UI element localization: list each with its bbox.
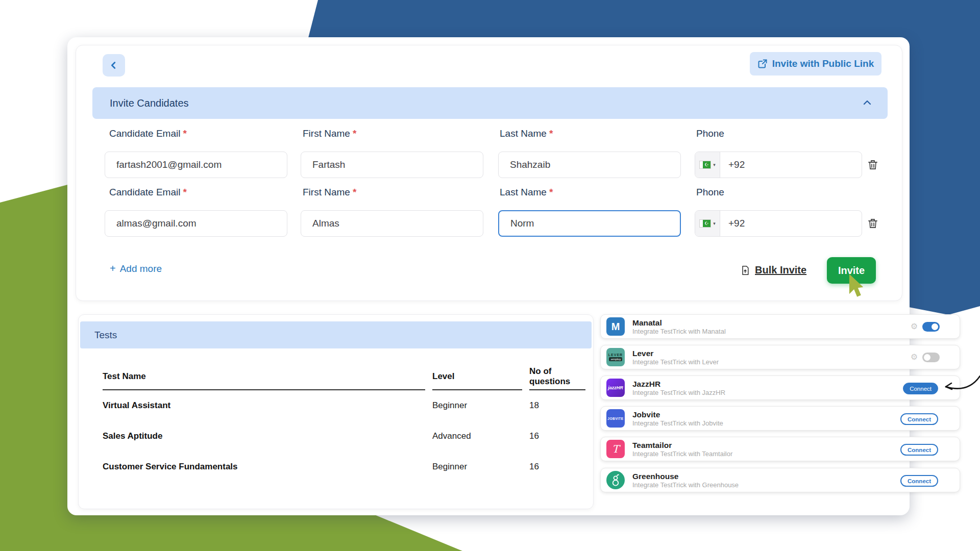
- last-name-input[interactable]: [498, 210, 681, 237]
- back-chevron-icon: [108, 60, 119, 71]
- test-level-cell: Beginner: [432, 452, 522, 482]
- integration-description: Integrate TestTrick with Lever: [632, 358, 719, 366]
- invite-candidates-header[interactable]: Invite Candidates: [92, 87, 888, 119]
- tests-table: Test Name Level No of questions Virtual …: [103, 364, 585, 482]
- required-mark: *: [353, 128, 356, 139]
- required-mark: *: [353, 187, 356, 197]
- integration-card-lever: LEVER .employ Lever Integrate TestTrick …: [600, 345, 960, 369]
- integration-description: Integrate TestTrick with Greenhouse: [632, 481, 739, 489]
- integration-title: Teamtailor: [632, 440, 732, 450]
- dropdown-caret-icon: ▾: [713, 221, 716, 226]
- invite-public-link-label: Invite with Public Link: [772, 58, 874, 69]
- column-header-questions: No of questions: [529, 364, 585, 390]
- country-selector[interactable]: ☪ ▾: [695, 152, 720, 178]
- tests-card: Tests Test Name Level No of questions Vi…: [78, 314, 594, 509]
- chevron-up-icon[interactable]: [861, 97, 873, 109]
- trash-icon[interactable]: [867, 217, 879, 230]
- add-more-label: Add more: [120, 263, 162, 274]
- add-more-button[interactable]: + Add more: [107, 262, 165, 275]
- test-name-cell: Virtual Assistant: [103, 390, 425, 421]
- integration-title: Lever: [632, 348, 719, 358]
- integration-title: Jobvite: [632, 410, 723, 419]
- connect-button-greenhouse[interactable]: Connect: [900, 475, 938, 487]
- phone-label: Phone: [696, 187, 724, 198]
- trash-icon[interactable]: [867, 158, 879, 171]
- share-icon: [757, 59, 768, 69]
- jazzhr-logo-icon: jazzHR: [606, 379, 625, 397]
- test-questions-cell: 16: [529, 452, 585, 482]
- hand-drawn-arrow-annotation: [941, 374, 980, 396]
- required-mark: *: [549, 187, 553, 197]
- test-level-cell: Advanced: [432, 421, 522, 452]
- pakistan-flag-icon: ☪: [699, 219, 711, 228]
- tests-title: Tests: [94, 330, 117, 341]
- test-questions-cell: 16: [529, 421, 585, 452]
- invite-form-card: Invite with Public Link Invite Candidate…: [76, 45, 902, 301]
- dropdown-caret-icon: ▾: [713, 162, 716, 167]
- jobvite-logo-icon: JOBVITE: [606, 409, 625, 428]
- required-mark: *: [183, 187, 186, 197]
- cursor-icon: [847, 273, 865, 298]
- teamtailor-logo-icon: T: [606, 440, 625, 458]
- phone-label: Phone: [696, 128, 724, 139]
- upload-file-icon: [740, 265, 750, 276]
- integration-description: Integrate TestTrick with Manatal: [632, 328, 726, 335]
- connect-button-jazzhr[interactable]: Connect: [903, 383, 938, 394]
- column-header-level: Level: [432, 364, 522, 390]
- invite-candidates-title: Invite Candidates: [110, 97, 189, 109]
- integration-description: Integrate TestTrick with Teamtailor: [632, 450, 732, 458]
- manatal-logo-icon: M: [606, 317, 625, 336]
- greenhouse-logo-icon: [606, 471, 625, 489]
- integration-description: Integrate TestTrick with JazzHR: [632, 389, 725, 396]
- plus-icon: +: [110, 263, 116, 274]
- column-header-test-name: Test Name: [103, 364, 425, 390]
- first-name-input[interactable]: [301, 210, 483, 237]
- test-name-cell: Sales Aptitude: [103, 421, 425, 452]
- last-name-label: Last Name*: [500, 187, 553, 198]
- dial-code: +92: [728, 218, 745, 229]
- email-input[interactable]: [105, 210, 287, 237]
- phone-input[interactable]: ☪ ▾ +92: [695, 210, 862, 237]
- integration-title: Manatal: [632, 318, 726, 328]
- test-questions-cell: 18: [529, 390, 585, 421]
- integration-card-teamtailor: T Teamtailor Integrate TestTrick with Te…: [600, 437, 960, 461]
- test-level-cell: Beginner: [432, 390, 522, 421]
- phone-input[interactable]: ☪ ▾ +92: [695, 152, 862, 178]
- bulk-invite-label: Bulk Invite: [755, 264, 806, 276]
- first-name-label: First Name*: [303, 128, 356, 139]
- lever-toggle[interactable]: [922, 353, 940, 362]
- integration-card-manatal: M Manatal Integrate TestTrick with Manat…: [600, 314, 960, 339]
- email-input[interactable]: [105, 152, 287, 178]
- integration-description: Integrate TestTrick with Jobvite: [632, 419, 723, 427]
- first-name-label: First Name*: [303, 187, 356, 198]
- required-mark: *: [549, 128, 553, 139]
- integration-card-jobvite: JOBVITE Jobvite Integrate TestTrick with…: [600, 406, 960, 431]
- last-name-input[interactable]: [498, 152, 681, 178]
- integration-card-greenhouse: Greenhouse Integrate TestTrick with Gree…: [600, 468, 960, 492]
- invite-public-link-button[interactable]: Invite with Public Link: [750, 52, 881, 76]
- email-label: Candidate Email*: [109, 187, 187, 198]
- gear-icon[interactable]: ⚙: [911, 322, 918, 331]
- integration-title: Greenhouse: [632, 471, 739, 481]
- connect-button-jobvite[interactable]: Connect: [900, 413, 938, 425]
- bulk-invite-button[interactable]: Bulk Invite: [737, 264, 810, 277]
- back-button[interactable]: [103, 54, 125, 77]
- required-mark: *: [183, 128, 186, 139]
- test-name-cell: Customer Service Fundamentals: [103, 452, 425, 482]
- toggle-knob: [924, 354, 930, 361]
- lever-logo-icon: LEVER .employ: [606, 348, 625, 366]
- toggle-knob: [932, 323, 938, 330]
- gear-icon[interactable]: ⚙: [911, 353, 918, 361]
- manatal-toggle[interactable]: [922, 322, 940, 332]
- dial-code: +92: [728, 159, 745, 170]
- email-label: Candidate Email*: [109, 128, 187, 139]
- first-name-input[interactable]: [301, 152, 483, 178]
- last-name-label: Last Name*: [500, 128, 553, 139]
- integration-title: JazzHR: [632, 379, 725, 389]
- screen: Invite with Public Link Invite Candidate…: [0, 0, 980, 551]
- connect-button-teamtailor[interactable]: Connect: [900, 444, 938, 456]
- integration-card-jazzhr: jazzHR JazzHR Integrate TestTrick with J…: [600, 375, 960, 400]
- country-selector[interactable]: ☪ ▾: [695, 211, 720, 236]
- pakistan-flag-icon: ☪: [699, 161, 711, 169]
- tests-header: Tests: [80, 321, 592, 348]
